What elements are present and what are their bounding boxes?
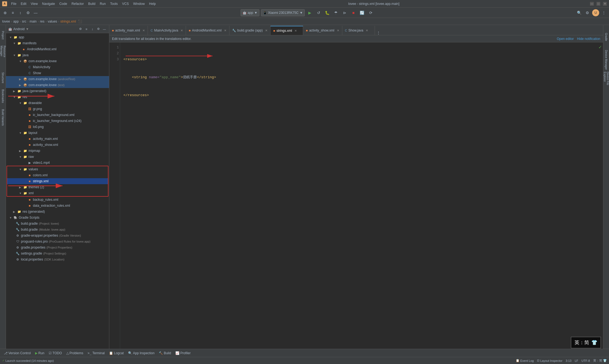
status-encoding[interactable]: LF [575, 359, 578, 362]
reload-button[interactable]: ↺ [315, 9, 322, 16]
tree-item-themes[interactable]: ▶ 📁 themes (2) [7, 184, 108, 190]
status-lang[interactable]: 英：简 👕 [593, 359, 607, 363]
sidebar-item-build-variants[interactable]: Build Variants [1, 106, 4, 128]
open-editor-link[interactable]: Open editor [557, 37, 574, 41]
panel-dropdown-arrow[interactable]: ▼ [26, 27, 29, 31]
panel-list-btn[interactable]: ≡ [84, 27, 89, 32]
tree-item-activity-main[interactable]: ■ activity_main.xml [6, 136, 109, 142]
tree-item-local-props[interactable]: ⚙ local.properties (SDK Location) [6, 256, 109, 262]
tree-item-pkg-android[interactable]: ▶ 📦 com.example.lovee (androidTest) [6, 76, 109, 82]
tab-mainactivity[interactable]: C MainActivity.java ✕ [148, 26, 186, 35]
sidebar-item-project[interactable]: Project [1, 27, 4, 43]
tree-item-colors-xml[interactable]: ■ colors.xml [7, 172, 108, 178]
tab-close-strings-xml[interactable]: ✕ [294, 29, 297, 33]
tree-item-lo0-png[interactable]: 🖼 lo0.png [6, 124, 109, 130]
bottom-btn-run[interactable]: ▶ Run [33, 351, 46, 356]
breadcrumb-app[interactable]: app [13, 20, 19, 23]
status-format[interactable]: UTF-8 [582, 359, 590, 362]
bottom-btn-logcat[interactable]: 📋 Logcat [107, 351, 125, 356]
sidebar-item-bookmarks[interactable]: Bookmarks [1, 88, 4, 104]
bottom-btn-build[interactable]: 🔨 Build [157, 351, 173, 356]
status-layout-inspector[interactable]: ⊡ Layout Inspector [537, 359, 562, 362]
panel-arrows-btn[interactable]: ↕ [90, 27, 95, 32]
menu-file[interactable]: File [9, 1, 18, 6]
tree-item-build-gradle-mod[interactable]: 🔧 build.gradle (Module: lovee.app) [6, 227, 109, 233]
tab-close-activity-main[interactable]: ✕ [142, 29, 145, 32]
tabs-more-button[interactable]: ⋮ [375, 31, 382, 35]
coverage-button[interactable]: ☂ [333, 9, 340, 16]
bottom-btn-version-control[interactable]: ⎇ Version Control [2, 351, 32, 356]
menu-code[interactable]: Code [57, 1, 69, 6]
tree-item-ic-bg[interactable]: ■ ic_launcher_background.xml [6, 112, 109, 118]
breadcrumb-strings-xml[interactable]: strings.xml [60, 20, 76, 23]
run-button[interactable]: ▶ [306, 9, 313, 16]
tab-close-activity-show[interactable]: ✕ [337, 29, 339, 32]
tree-item-xml[interactable]: ▼ 📁 xml [7, 190, 108, 196]
menu-help[interactable]: Help [147, 1, 158, 6]
breadcrumb-src[interactable]: src [22, 20, 26, 23]
bottom-btn-terminal[interactable]: >_ Terminal [86, 351, 106, 356]
tab-show-java[interactable]: C Show.java ✕ [342, 26, 375, 35]
nav-arrow-icon[interactable]: ⬛ [78, 20, 82, 23]
more-button[interactable]: ⋮ [600, 9, 607, 16]
tree-item-androidmanifest[interactable]: ■ AndroidManifest.xml [6, 46, 109, 52]
toolbar-btn-2[interactable]: ≡ [9, 9, 16, 16]
tab-close-build-gradle[interactable]: ✕ [265, 29, 268, 32]
sidebar-item-structure[interactable]: Structure [1, 70, 4, 86]
debug-button[interactable]: 🐛 [324, 9, 331, 16]
tree-item-pkg-main[interactable]: ▼ 📦 com.example.lovee [6, 58, 109, 64]
menu-build[interactable]: Build [86, 1, 97, 6]
tree-item-mainactivity[interactable]: C MainActivity [6, 64, 109, 70]
bottom-btn-problems[interactable]: △ Problems [65, 351, 85, 356]
tree-item-settings-gradle[interactable]: 🔧 settings.gradle (Project Settings) [6, 250, 109, 256]
breadcrumb-res[interactable]: res [40, 20, 45, 23]
tab-strings-xml[interactable]: ■ strings.xml ✕ [271, 26, 303, 35]
menu-tools[interactable]: Tools [108, 1, 120, 6]
tab-close-androidmanifest[interactable]: ✕ [224, 29, 226, 32]
tree-item-gradle-wrapper[interactable]: ⚙ gradle-wrapper.properties (Gradle Vers… [6, 233, 109, 239]
code-editor[interactable]: 1 2 3 <resources> <string name="app_name… [109, 42, 603, 349]
profile-button[interactable]: ⊳ [341, 9, 348, 16]
right-sidebar-device-file-explorer[interactable]: Device File Explorer [603, 72, 609, 93]
tree-item-gradle-props[interactable]: ⚙ gradle.properties (Project Properties) [6, 244, 109, 250]
right-sidebar-device-manager[interactable]: Device Manager [605, 49, 608, 71]
tree-item-app[interactable]: ▼ 📁 app [6, 34, 109, 40]
tab-close-show-java[interactable]: ✕ [366, 29, 368, 32]
stop-button[interactable]: ■ [350, 9, 357, 16]
tab-androidmanifest[interactable]: ■ AndroidManifest.xml ✕ [186, 26, 229, 35]
bottom-btn-app-inspection[interactable]: 🔍 App Inspection [126, 351, 156, 356]
device-selector[interactable]: 📱 Xiaomi 23013RK75C ▼ [261, 9, 305, 16]
bottom-btn-profiler[interactable]: 📈 Profiler [174, 351, 192, 356]
toolbar-btn-3[interactable]: ↕ [17, 9, 24, 16]
bottom-btn-todo[interactable]: ☑ TODO [47, 351, 63, 356]
tree-item-manifests[interactable]: ▼ 📁 manifests [6, 40, 109, 46]
tree-item-data-extraction[interactable]: ■ data_extraction_rules.xml [6, 203, 109, 209]
close-button[interactable]: ✕ [603, 2, 607, 6]
menu-edit[interactable]: Edit [19, 1, 28, 6]
status-line-col[interactable]: 3:13 [566, 359, 571, 362]
sync2-button[interactable]: ⟳ [367, 9, 374, 16]
menu-run[interactable]: Run [98, 1, 108, 6]
tree-item-java-gen[interactable]: ▶ 📁 java (generated) [6, 88, 109, 94]
toolbar-btn-settings[interactable]: ⚙ [24, 9, 32, 16]
sidebar-item-resource-manager[interactable]: Resource Manager [0, 46, 6, 67]
status-event-log[interactable]: 📋 Event Log [516, 359, 534, 362]
app-selector[interactable]: 🤖 app ▼ [241, 9, 259, 16]
tree-item-video1[interactable]: ▶ video1.mp4 [6, 160, 109, 166]
tree-item-drawable[interactable]: ▼ 📁 drawable [6, 100, 109, 106]
tree-item-ic-fg[interactable]: ■ ic_launcher_foreground.xml (v24) [6, 118, 109, 124]
tree-item-res[interactable]: ▼ 📁 res [6, 94, 109, 100]
tree-item-raw[interactable]: ▼ 📁 raw [6, 154, 109, 160]
tree-item-res-gen[interactable]: ▶ 📁 res (generated) [6, 209, 109, 215]
minimize-button[interactable]: — [590, 2, 594, 6]
search-button[interactable]: 🔍 [576, 9, 583, 16]
tree-item-proguard[interactable]: 🛡 proguard-rules.pro (ProGuard Rules for… [6, 239, 109, 244]
panel-gear-btn[interactable]: ⚙ [78, 27, 83, 32]
menu-window[interactable]: Window [131, 1, 147, 6]
tree-item-mipmap[interactable]: ▶ 📁 mipmap [6, 148, 109, 154]
tree-item-layout[interactable]: ▼ 📁 layout [6, 130, 109, 136]
tree-item-pkg-test[interactable]: ▶ 📦 com.example.lovee (test) [6, 82, 109, 88]
tree-item-build-gradle-proj[interactable]: 🔧 build.gradle (Project: lovee) [6, 221, 109, 227]
tree-item-strings-xml[interactable]: ■ strings.xml [7, 178, 108, 184]
panel-close-btn[interactable]: — [102, 27, 107, 32]
